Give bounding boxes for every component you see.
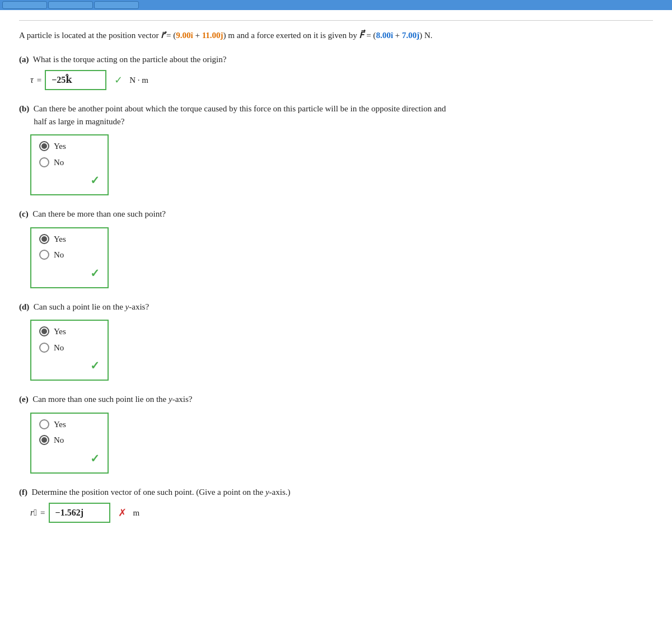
radio-no-label-e: No xyxy=(54,434,64,447)
check-icon-d: ✓ xyxy=(90,359,100,372)
radio-no-label-c: No xyxy=(54,249,64,261)
part-f: (f) Determine the position vector of one… xyxy=(19,486,653,523)
radio-yes-label-d: Yes xyxy=(54,325,66,338)
top-bar-btn-2[interactable] xyxy=(48,1,93,9)
x-icon-f: ✗ xyxy=(118,505,127,521)
part-a-label: (a) What is the torque acting on the par… xyxy=(19,53,653,66)
answer-box-a[interactable]: −25k̂ xyxy=(45,70,106,90)
part-d-label: (d) Can such a point lie on the y-axis? xyxy=(19,301,653,313)
tau-symbol: τ xyxy=(30,73,34,87)
radio-no-c[interactable]: No xyxy=(39,249,100,261)
part-c-label: (c) Can there be more than one such poin… xyxy=(19,208,653,221)
unit-f: m xyxy=(133,507,140,519)
radio-group-c: Yes No ✓ xyxy=(30,227,109,288)
radio-no-label-d: No xyxy=(54,341,64,354)
r-vec-symbol: r⃗ xyxy=(30,506,37,519)
part-c: (c) Can there be more than one such poin… xyxy=(19,208,653,288)
radio-yes-b[interactable]: Yes xyxy=(39,140,100,153)
check-icon-b: ✓ xyxy=(90,174,100,186)
radio-group-e: Yes No ✓ xyxy=(30,413,109,474)
check-icon-c: ✓ xyxy=(90,267,100,279)
part-b-label: (b) Can there be another point about whi… xyxy=(19,102,653,128)
radio-yes-c[interactable]: Yes xyxy=(39,233,100,246)
r-coeff1: 9.00 xyxy=(176,31,190,40)
answer-value-a: −25k̂ xyxy=(52,75,72,85)
radio-no-label-b: No xyxy=(54,156,64,169)
radio-yes-label-c: Yes xyxy=(54,233,66,246)
radio-no-e[interactable]: No xyxy=(39,434,100,447)
unit-a: N · m xyxy=(129,74,148,87)
check-icon-e: ✓ xyxy=(90,452,100,465)
top-bar-btn-3[interactable] xyxy=(94,1,139,9)
answer-value-f: −1.562j xyxy=(55,508,83,517)
radio-yes-e[interactable]: Yes xyxy=(39,418,100,431)
part-d: (d) Can such a point lie on the y-axis? … xyxy=(19,301,653,381)
answer-box-f[interactable]: −1.562j xyxy=(49,503,110,523)
part-a: (a) What is the torque acting on the par… xyxy=(19,53,653,91)
top-bar-btn-1[interactable] xyxy=(2,1,47,9)
F-coeff2: 7.00 xyxy=(402,31,417,40)
part-b: (b) Can there be another point about whi… xyxy=(19,102,653,195)
radio-group-b: Yes No ✓ xyxy=(30,134,109,195)
F-coeff1: 8.00 xyxy=(376,31,390,40)
radio-yes-label-b: Yes xyxy=(54,140,66,153)
radio-group-d: Yes No ✓ xyxy=(30,320,109,381)
equals-a: = xyxy=(37,74,41,87)
part-f-label: (f) Determine the position vector of one… xyxy=(19,486,653,499)
radio-no-d[interactable]: No xyxy=(39,341,100,354)
radio-no-b[interactable]: No xyxy=(39,156,100,169)
part-e-label: (e) Can more than one such point lie on … xyxy=(19,393,653,406)
part-e: (e) Can more than one such point lie on … xyxy=(19,393,653,474)
equals-f: = xyxy=(40,507,45,519)
r-coeff2: 11.00 xyxy=(202,31,221,40)
check-icon-a: ✓ xyxy=(114,73,123,88)
top-bar xyxy=(0,0,672,10)
problem-statement: A particle is located at the position ve… xyxy=(19,20,653,43)
radio-yes-label-e: Yes xyxy=(54,418,66,431)
radio-yes-d[interactable]: Yes xyxy=(39,325,100,338)
